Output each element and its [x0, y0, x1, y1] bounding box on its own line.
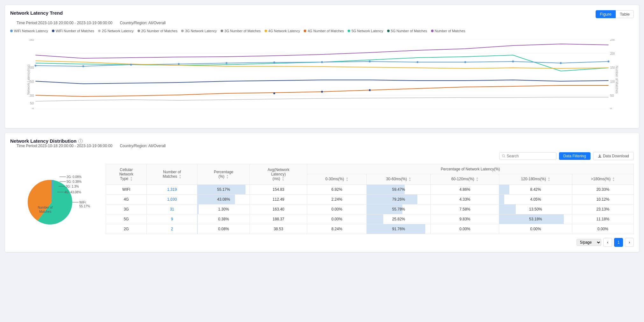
cell-60-120: 4.86% — [431, 185, 499, 195]
dist-content: 2G: 0.08% 5G: 0.38% 3G: 1.3% 4G: 43.08% … — [10, 164, 634, 247]
info-icon[interactable]: i — [78, 139, 83, 143]
svg-text:Number of: Number of — [38, 206, 53, 209]
distribution-card: Network Latency Distribution i Time Peri… — [5, 133, 639, 252]
trend-legend: WiFi Network Latency WiFi Number of Matc… — [10, 29, 634, 33]
dist-controls: Data Filtering Data Download — [10, 152, 634, 160]
svg-text:4G: 43.08%: 4G: 43.08% — [64, 190, 81, 194]
col-30-60[interactable]: 30-60ms(%) ▲▼ — [367, 174, 431, 185]
col-60-120[interactable]: 60-120ms(%) ▲▼ — [431, 174, 499, 185]
legend-5g-latency: 5G Network Latency — [348, 29, 383, 33]
filter-button[interactable]: Data Filtering — [559, 152, 591, 160]
cell-0-30: 2.24% — [307, 195, 367, 204]
svg-text:Matches: Matches — [39, 210, 51, 213]
pie-chart-svg: 2G: 0.08% 5G: 0.38% 3G: 1.3% 4G: 43.08% … — [10, 164, 99, 240]
trend-chart-wrapper: Network Latency(ms) Number of Matches 25… — [10, 36, 634, 123]
svg-point-60 — [502, 154, 504, 157]
page-1-btn[interactable]: 1 — [614, 238, 623, 247]
cell-0-30: 0.00% — [307, 214, 367, 224]
col-type[interactable]: CellularNetworkType ▲▼ — [106, 164, 147, 185]
svg-text:WiFi:: WiFi: — [79, 201, 87, 204]
cell-120-180: 13.50% — [499, 204, 572, 214]
cell-matches[interactable]: 2 — [147, 224, 197, 234]
cell-matches[interactable]: 31 — [147, 204, 197, 214]
cell-matches[interactable]: 1,319 — [147, 185, 197, 195]
svg-text:50: 50 — [30, 101, 34, 105]
trend-title: Network Latency Trend — [10, 10, 63, 16]
download-icon — [598, 154, 602, 158]
table-row: 5G 9 0.38% 188.37 0.00% 25.82% 9.83% 53.… — [106, 214, 634, 224]
cell-type: 3G — [106, 204, 147, 214]
svg-line-61 — [504, 157, 505, 158]
col-0-30[interactable]: 0-30ms(%) ▲▼ — [307, 174, 367, 185]
cell-30-60: 55.78% — [367, 204, 431, 214]
svg-text:50: 50 — [610, 94, 614, 97]
distribution-title: Network Latency Distribution i — [10, 138, 634, 144]
prev-page-btn[interactable]: ‹ — [603, 238, 612, 247]
svg-text:250: 250 — [29, 39, 34, 41]
svg-point-26 — [417, 61, 419, 63]
svg-point-31 — [273, 92, 275, 94]
cell-120-180: 0.00% — [499, 224, 572, 234]
svg-point-28 — [512, 61, 514, 62]
svg-text:150: 150 — [610, 66, 615, 69]
legend-2g-latency: 2G Network Latency — [98, 29, 134, 33]
legend-3g-latency: 3G Network Latency — [181, 29, 217, 33]
cell-matches[interactable]: 1,030 — [147, 195, 197, 204]
trend-time-info: Time Period:2023-10-18 20:00:00 - 2023-1… — [10, 21, 634, 25]
legend-5g-matches: 5G Number of Matches — [387, 29, 427, 33]
cell-avg-latency: 112.49 — [250, 195, 307, 204]
next-page-btn[interactable]: › — [625, 238, 634, 247]
cell-0-30: 0.00% — [307, 204, 367, 214]
search-input[interactable] — [506, 154, 553, 158]
svg-point-32 — [321, 91, 323, 93]
page-size-select[interactable]: 5/page 10/page 20/page — [577, 239, 601, 246]
cell-60-120: 0.00% — [431, 224, 499, 234]
legend-num-matches: Number of Matches — [431, 29, 465, 33]
legend-3g-matches: 3G Number of Matches — [221, 29, 261, 33]
col-avg-latency[interactable]: Avg(NetworkLatency)(ms) ▲▼ — [250, 164, 307, 185]
cell-type: 2G — [106, 224, 147, 234]
cell-type: WIFI — [106, 185, 147, 195]
cell-percentage: 0.38% — [197, 214, 250, 224]
table-row: 2G 2 0.08% 38.53 8.24% 91.76% 0.00% 0.00… — [106, 224, 634, 234]
col-120-180[interactable]: 120-180ms(%) ▲▼ — [499, 174, 572, 185]
svg-point-27 — [464, 61, 466, 63]
svg-point-30 — [608, 61, 610, 62]
legend-wifi-latency: WiFi Network Latency — [10, 29, 48, 33]
view-toggle: Figure Table — [596, 10, 634, 18]
svg-text:250: 250 — [610, 39, 615, 41]
cell-180plus: 10.12% — [572, 195, 633, 204]
legend-4g-latency: 4G Network Latency — [265, 29, 300, 33]
col-180plus[interactable]: >180ms(%) ▲▼ — [572, 174, 633, 185]
svg-text:100: 100 — [610, 80, 615, 83]
pie-chart-container: 2G: 0.08% 5G: 0.38% 3G: 1.3% 4G: 43.08% … — [10, 164, 99, 241]
col-matches[interactable]: Number ofMatches ▲▼ — [147, 164, 197, 185]
table-btn[interactable]: Table — [616, 10, 634, 18]
cell-0-30: 8.24% — [307, 224, 367, 234]
cell-percentage: 55.17% — [197, 185, 250, 195]
legend-2g-matches: 2G Number of Matches — [138, 29, 178, 33]
svg-text:5G: 0.38%: 5G: 0.38% — [67, 180, 81, 183]
svg-text:2G: 0.08%: 2G: 0.08% — [67, 175, 81, 179]
cell-30-60: 25.82% — [367, 214, 431, 224]
trend-chart-svg: 250 200 150 100 50 0 250 200 150 100 50 … — [29, 39, 615, 109]
svg-text:3G: 1.3%: 3G: 1.3% — [66, 185, 79, 188]
cell-120-180: 4.05% — [499, 195, 572, 204]
cell-30-60: 91.76% — [367, 224, 431, 234]
search-box[interactable] — [499, 152, 556, 160]
cell-percentage: 43.08% — [197, 195, 250, 204]
cell-matches[interactable]: 9 — [147, 214, 197, 224]
cell-180plus: 23.13% — [572, 204, 633, 214]
cell-180plus: 20.33% — [572, 185, 633, 195]
cell-60-120: 9.83% — [431, 214, 499, 224]
cell-avg-latency: 163.40 — [250, 204, 307, 214]
col-percentage[interactable]: Percentage(%) ▲▼ — [197, 164, 250, 185]
svg-point-20 — [130, 64, 132, 66]
search-icon — [502, 154, 506, 158]
svg-text:55.17%: 55.17% — [79, 204, 90, 208]
figure-btn[interactable]: Figure — [596, 10, 616, 18]
svg-point-18 — [35, 65, 37, 67]
download-button[interactable]: Data Download — [593, 152, 634, 160]
svg-text:0: 0 — [32, 107, 34, 109]
cell-avg-latency: 188.37 — [250, 214, 307, 224]
